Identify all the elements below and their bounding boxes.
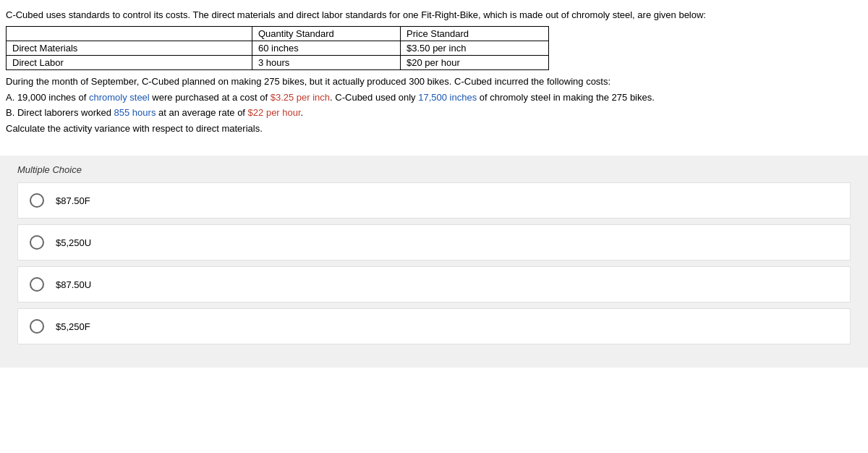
- choice-text-a: $87.50F: [56, 195, 90, 206]
- radio-b[interactable]: [30, 235, 44, 250]
- info-line-2: A. 19,000 inches of chromoly steel were …: [6, 90, 856, 105]
- multiple-choice-label: Multiple Choice: [17, 164, 851, 175]
- info-line-2-text: A. 19,000 inches of chromoly steel were …: [6, 92, 655, 103]
- direct-labor-price: $20 per hour: [401, 56, 549, 70]
- choice-item-b[interactable]: $5,250U: [17, 224, 851, 261]
- info-line-3-text: B. Direct laborers worked 855 hours at a…: [6, 107, 303, 118]
- table-empty-header: [7, 27, 252, 41]
- direct-materials-qty: 60 inches: [252, 41, 401, 56]
- info-line-4: Calculate the activity variance with res…: [6, 122, 856, 136]
- question-area: C-Cubed uses standards to control its co…: [0, 0, 868, 143]
- table-row: Direct Labor 3 hours $20 per hour: [7, 56, 549, 70]
- choice-text-d: $5,250F: [56, 321, 90, 332]
- info-line-1-text: During the month of September, C-Cubed p…: [6, 76, 610, 87]
- direct-labor-qty: 3 hours: [252, 56, 401, 70]
- choices-area: Multiple Choice $87.50F $5,250U $87.50U …: [0, 156, 868, 368]
- qty-standard-header: Quantity Standard: [252, 27, 401, 41]
- choice-item-c[interactable]: $87.50U: [17, 266, 851, 302]
- direct-materials-label: Direct Materials: [7, 41, 252, 56]
- price-standard-header: Price Standard: [401, 27, 549, 41]
- choice-text-c: $87.50U: [56, 279, 91, 290]
- choice-item-d[interactable]: $5,250F: [17, 308, 851, 344]
- intro-text: C-Cubed uses standards to control its co…: [6, 9, 856, 22]
- radio-d[interactable]: [30, 319, 44, 334]
- info-line-3: B. Direct laborers worked 855 hours at a…: [6, 106, 856, 120]
- radio-a[interactable]: [30, 193, 44, 208]
- direct-materials-price: $3.50 per inch: [401, 41, 549, 56]
- choice-item-a[interactable]: $87.50F: [17, 182, 851, 219]
- choice-text-b: $5,250U: [56, 237, 91, 248]
- table-row: Direct Materials 60 inches $3.50 per inc…: [7, 41, 549, 56]
- standards-table: Quantity Standard Price Standard Direct …: [6, 26, 549, 70]
- direct-labor-label: Direct Labor: [7, 56, 252, 70]
- radio-c[interactable]: [30, 277, 44, 292]
- info-line-1: During the month of September, C-Cubed p…: [6, 75, 856, 89]
